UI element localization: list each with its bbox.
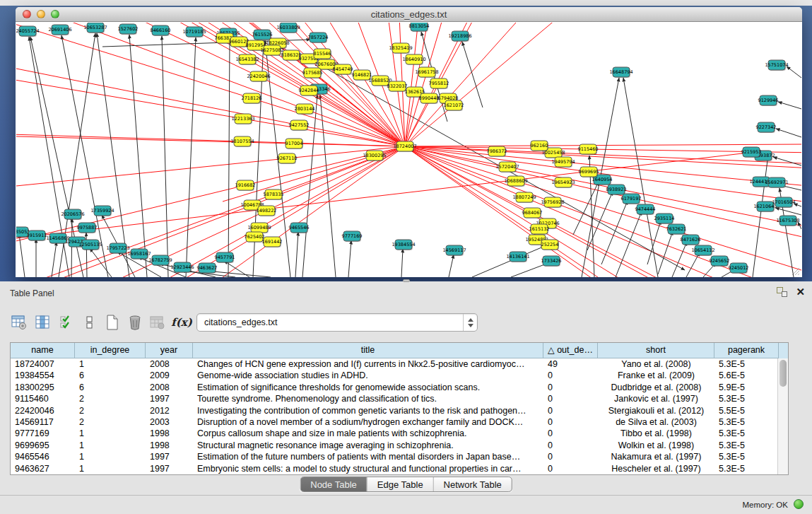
table-cell[interactable]: 9463627 (11, 463, 75, 474)
network-edge[interactable] (401, 249, 403, 277)
table-cell[interactable]: Corpus callosum shape and size in male p… (193, 428, 543, 439)
network-node[interactable]: 16543382 (235, 54, 259, 65)
network-node[interactable]: 252254 (541, 240, 559, 250)
network-edge-ray[interactable] (454, 23, 698, 105)
network-edge[interactable] (449, 255, 454, 277)
table-cell[interactable]: 1998 (146, 428, 193, 439)
table-cell[interactable]: Estimation of significance thresholds fo… (193, 382, 543, 393)
table-cell[interactable]: 5.3E-5 (714, 440, 779, 451)
network-edge-ray[interactable] (16, 117, 242, 141)
network-edge[interactable] (511, 263, 548, 277)
table-cell[interactable]: 0 (543, 440, 598, 451)
table-cell[interactable]: 6 (75, 370, 146, 381)
resize-grip-icon[interactable] (790, 266, 800, 276)
table-cell[interactable]: Estimation of the future numbers of pati… (193, 451, 543, 462)
table-cell[interactable]: de Silva et al. (2003) (598, 416, 714, 428)
table-cell[interactable]: 0 (543, 393, 598, 404)
column-header-2[interactable]: year (146, 343, 193, 358)
network-node[interactable]: 9227342 (756, 122, 777, 133)
network-node[interactable]: 9242844 (299, 86, 319, 96)
network-node[interactable]: 9457791 (215, 252, 235, 263)
table-row[interactable]: 1830029562008Estimation of significance … (11, 382, 788, 393)
new-column-button[interactable] (102, 311, 123, 334)
table-selector-dropdown[interactable]: citations_edges.txt (196, 313, 478, 332)
network-node[interactable]: 17359924 (90, 206, 114, 216)
network-edge[interactable] (228, 39, 230, 277)
network-edge[interactable] (294, 144, 405, 146)
network-node[interactable]: 11675308 (776, 216, 799, 226)
network-node[interactable]: 18325419 (389, 43, 412, 54)
table-cell[interactable]: 1997 (146, 393, 193, 404)
delete-table-button[interactable] (147, 311, 168, 334)
table-row[interactable]: 946362711997Embryonic stem cells: a mode… (11, 463, 788, 474)
table-cell[interactable]: Structural magnetic resonance image aver… (193, 440, 543, 451)
network-node[interactable]: 917004 (286, 139, 303, 149)
network-edge[interactable] (778, 102, 801, 109)
network-node[interactable]: 9465546 (289, 223, 310, 233)
network-node[interactable]: 2718126 (242, 93, 262, 104)
network-node[interactable]: 1615132 (529, 224, 550, 235)
table-mode-button[interactable] (8, 311, 30, 334)
network-node[interactable]: 16782759 (148, 255, 172, 266)
network-node[interactable]: 9245652 (710, 256, 730, 267)
network-node[interactable]: 9699695 (579, 167, 599, 177)
table-cell[interactable]: 9699695 (11, 440, 75, 451)
table-cell[interactable]: 14569117 (11, 416, 75, 428)
network-edge[interactable] (658, 231, 673, 274)
network-node[interactable]: 20691406 (48, 25, 71, 35)
table-cell[interactable]: 1 (75, 440, 146, 451)
network-node[interactable]: 17957223 (106, 243, 129, 254)
network-node[interactable]: 7955812 (429, 78, 449, 89)
network-edge[interactable] (405, 98, 448, 146)
network-edge-ray[interactable] (537, 240, 801, 277)
column-header-1[interactable]: in_degree (75, 343, 146, 358)
function-builder-button[interactable]: f(x) (171, 311, 192, 334)
network-node[interactable]: 10719185 (182, 27, 206, 37)
table-cell[interactable]: 9115460 (11, 393, 75, 404)
network-node[interactable]: 8466160 (151, 25, 171, 36)
table-scrollbar-thumb[interactable] (779, 360, 787, 387)
network-node[interactable]: 14136141 (506, 252, 529, 262)
close-icon[interactable]: ✕ (796, 287, 805, 297)
delete-columns-button[interactable] (124, 311, 146, 334)
table-cell[interactable]: 1998 (146, 440, 193, 451)
table-cell[interactable]: 5.3E-5 (714, 428, 779, 439)
network-node[interactable]: 19218986 (448, 31, 471, 42)
network-node[interactable]: 9474444 (635, 204, 656, 215)
tab-node-table[interactable]: Node Table (300, 477, 367, 491)
table-row[interactable]: 1938455462009Genome-wide association stu… (11, 370, 788, 381)
table-cell[interactable]: 9777169 (11, 428, 75, 439)
network-edge[interactable] (295, 232, 298, 277)
network-node[interactable]: 18724007 (393, 141, 416, 152)
table-cell[interactable]: Franke et al. (2009) (598, 370, 714, 381)
table-cell[interactable]: Investigating the contribution of common… (193, 405, 543, 416)
network-edge[interactable] (19, 234, 25, 277)
table-cell[interactable]: 18300295 (11, 382, 75, 393)
table-cell[interactable]: 0 (543, 428, 598, 439)
table-row[interactable]: 977716911998Corpus callosum shape and si… (11, 428, 788, 439)
network-edge[interactable] (775, 208, 801, 215)
network-edge[interactable] (686, 252, 700, 277)
network-node[interactable]: 10654112 (691, 245, 714, 256)
network-node[interactable]: 18300295 (363, 151, 386, 161)
network-node[interactable]: 24055724 (16, 26, 40, 37)
network-edge[interactable] (472, 259, 515, 277)
network-node[interactable]: 16961758 (415, 67, 438, 78)
network-node[interactable]: 2803144 (295, 104, 315, 115)
table-cell[interactable]: 5.6E-5 (714, 370, 779, 381)
network-node[interactable]: 16958167 (127, 249, 151, 259)
network-edge-ray[interactable] (448, 23, 664, 98)
network-node[interactable]: 7632621 (666, 224, 687, 235)
table-cell[interactable]: Tibbo et al. (1998) (598, 428, 714, 439)
show-columns-button[interactable] (33, 311, 54, 334)
table-cell[interactable]: 1 (75, 358, 146, 370)
network-node[interactable]: 962160 (531, 141, 548, 151)
table-cell[interactable]: 6 (75, 382, 146, 393)
table-cell[interactable]: Changes of HCN gene expression and I(f) … (193, 358, 543, 370)
network-node[interactable]: 18640910 (402, 54, 425, 65)
network-node[interactable]: 20206576 (61, 209, 84, 220)
table-cell[interactable]: Stergiakouli et al. (2012) (598, 405, 714, 416)
table-row[interactable]: 969969511998Structural magnetic resonanc… (11, 440, 788, 451)
network-node[interactable]: 8990448 (419, 93, 440, 104)
network-node[interactable]: 12505135 (78, 240, 102, 250)
